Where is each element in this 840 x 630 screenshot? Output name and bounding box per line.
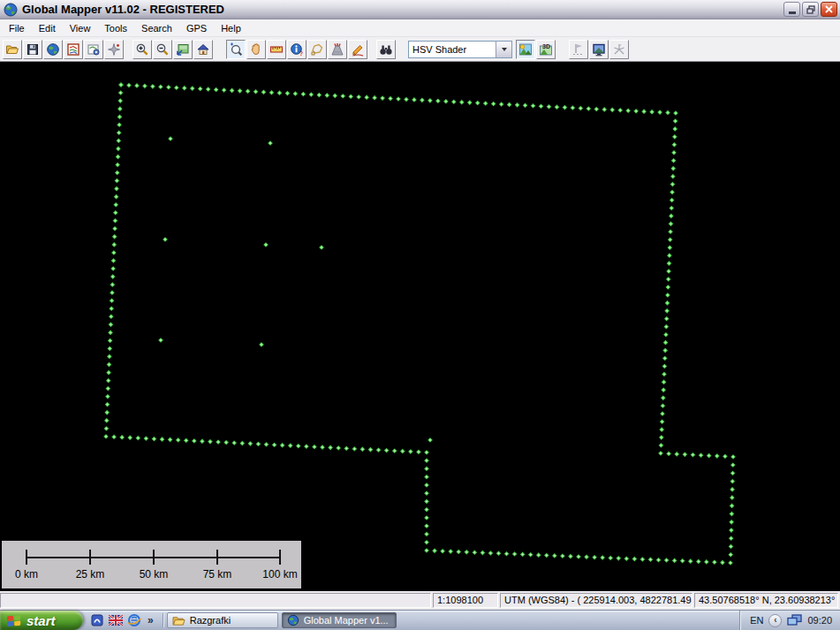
scale-tick (279, 550, 281, 565)
windows-flag-icon (6, 614, 22, 627)
language-indicator[interactable]: EN (750, 615, 763, 626)
internet-explorer-icon[interactable] (127, 613, 141, 627)
taskbar-separator (163, 613, 163, 627)
menu-bar: File Edit View Tools Search GPS Help (0, 19, 840, 37)
tools-options-icon (107, 42, 121, 57)
quick-launch-bar: » (83, 611, 161, 630)
svg-text:3D: 3D (542, 43, 550, 49)
zoom-tool-button[interactable] (226, 40, 246, 59)
save-floppy-icon (26, 42, 40, 57)
home-icon (196, 42, 210, 57)
toolbar: ? HSV Shader (0, 37, 840, 62)
3d-view-window-icon (592, 42, 606, 57)
feature-info-icon: ? (290, 42, 304, 57)
restore-button[interactable] (802, 2, 819, 17)
clock[interactable]: 09:20 (807, 615, 832, 626)
measure-tool-button[interactable] (267, 40, 286, 59)
configuration-button[interactable] (84, 40, 103, 59)
globe-icon (287, 614, 299, 626)
status-coordinates: 43.50768518° N, 23.60938213° E (694, 593, 838, 608)
close-button[interactable] (821, 2, 837, 17)
status-message-panel (0, 593, 431, 608)
task-button-global-mapper[interactable]: Global Mapper v1... (282, 612, 397, 628)
zoom-tool-icon (229, 42, 243, 57)
pan-hand-icon (249, 42, 263, 57)
search-button[interactable] (376, 40, 396, 59)
search-binoculars-icon (379, 42, 393, 57)
zoom-out-button[interactable] (153, 40, 172, 59)
path-profile-flag-icon (571, 42, 586, 57)
3d-view-toggle-button[interactable]: 3D (536, 40, 556, 59)
status-bar: 1:1098100 UTM (WGS84) - ( 225914.003, 48… (0, 591, 840, 610)
online-imagery-button[interactable] (43, 40, 63, 59)
fly-through-icon (612, 42, 626, 57)
network-icon[interactable] (787, 614, 802, 626)
world-icon (46, 42, 60, 57)
measure-ruler-icon (269, 42, 284, 57)
shader-dropdown-value: HSV Shader (409, 44, 496, 55)
digitizer-pencil-icon (351, 42, 365, 57)
fly-through-button[interactable] (609, 40, 629, 59)
lasso-select-icon (310, 42, 324, 57)
pan-tool-button[interactable] (246, 40, 266, 59)
menu-file[interactable]: File (2, 21, 32, 35)
zoom-full-extent-icon (176, 42, 190, 57)
path-profile-button[interactable] (328, 40, 347, 59)
zoom-in-button[interactable] (132, 40, 152, 59)
scale-label: 25 km (76, 568, 105, 581)
map-canvas[interactable]: 0 km 25 km 50 km 75 km 100 km (0, 62, 840, 591)
3d-view-window-button[interactable] (589, 40, 609, 59)
task-button-razgrafki[interactable]: Razgrafki (167, 612, 278, 628)
title-bar: Global Mapper v11.02 - REGISTERED (0, 0, 840, 19)
hill-shading-icon (518, 42, 533, 57)
language-flag-icon[interactable] (109, 615, 123, 626)
scale-label: 75 km (203, 568, 232, 581)
menu-view[interactable]: View (63, 21, 98, 35)
dropdown-arrow-icon[interactable] (496, 42, 511, 57)
menu-edit[interactable]: Edit (32, 21, 63, 35)
task-label: Global Mapper v1... (304, 615, 389, 626)
folder-icon (172, 615, 185, 626)
scale-tick (153, 550, 155, 565)
open-file-button[interactable] (3, 40, 22, 59)
shader-dropdown[interactable]: HSV Shader (408, 41, 512, 58)
scale-label: 50 km (140, 568, 169, 581)
digitizer-tool-button[interactable] (348, 40, 367, 59)
open-data-file-button[interactable] (64, 40, 83, 59)
status-projection: UTM (WGS84) - ( 225914.003, 4822781.494 … (500, 593, 692, 608)
menu-gps[interactable]: GPS (179, 21, 214, 35)
menu-help[interactable]: Help (214, 21, 248, 35)
lasso-select-button[interactable] (307, 40, 327, 59)
quick-launch-overflow-chevron[interactable]: » (146, 614, 155, 626)
quick-launch-app-icon[interactable] (90, 613, 104, 627)
status-scale: 1:1098100 (433, 593, 498, 608)
scale-label: 100 km (262, 568, 297, 581)
restore-icon (806, 5, 815, 14)
overlay-control-button[interactable] (104, 40, 124, 59)
scale-tick (26, 550, 27, 565)
3d-view-toggle-icon: 3D (539, 42, 553, 57)
path-profile-mountain-icon (330, 42, 344, 57)
close-icon (825, 5, 833, 13)
app-globe-icon (4, 3, 18, 17)
scale-tick (89, 550, 91, 565)
home-view-button[interactable] (193, 40, 213, 59)
save-button[interactable] (23, 40, 42, 59)
scale-label: 0 km (15, 568, 38, 581)
path-profile-flag-button[interactable] (569, 40, 588, 59)
taskbar: start » Razgrafki (0, 610, 840, 630)
start-button[interactable]: start (0, 611, 83, 630)
hill-shading-toggle-button[interactable] (516, 40, 535, 59)
scale-tick (216, 550, 218, 565)
menu-tools[interactable]: Tools (97, 21, 134, 35)
open-folder-icon (5, 42, 19, 57)
minimize-icon (789, 11, 796, 14)
minimize-button[interactable] (783, 2, 800, 17)
zoom-out-icon (155, 42, 170, 57)
menu-search[interactable]: Search (134, 21, 179, 35)
task-label: Razgrafki (190, 615, 231, 626)
full-view-button[interactable] (173, 40, 193, 59)
hide-icons-button[interactable]: ‹ (768, 614, 782, 627)
feature-info-button[interactable]: ? (287, 40, 306, 59)
map-dots-svg (0, 62, 840, 591)
